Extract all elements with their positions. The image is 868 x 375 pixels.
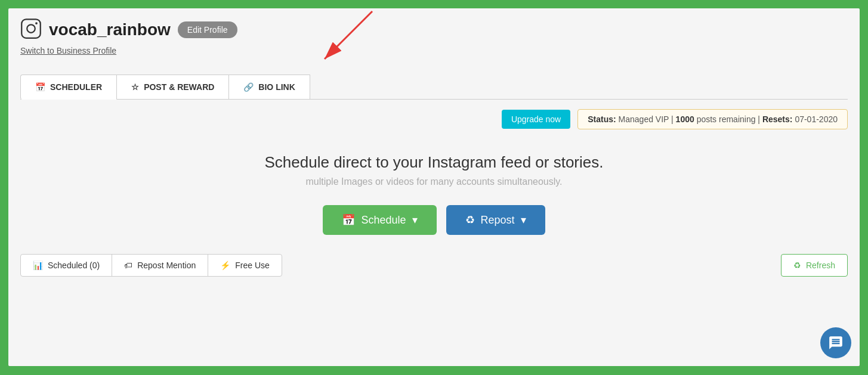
refresh-icon: ♻ (793, 261, 801, 270)
separator-1: | (671, 114, 676, 124)
edit-profile-button[interactable]: Edit Profile (178, 21, 237, 38)
refresh-button[interactable]: ♻ Refresh (781, 254, 848, 277)
star-icon: ☆ (131, 82, 139, 92)
status-row: Upgrade now Status: Managed VIP | 1000 p… (20, 109, 848, 129)
repost-button[interactable]: ♻ Repost ▾ (446, 205, 545, 235)
bottom-tabs: 📊 Scheduled (0) 🏷 Repost Mention ⚡ Free … (20, 254, 282, 277)
red-arrow-svg (277, 0, 396, 71)
status-badge: Status: Managed VIP | 1000 posts remaini… (577, 109, 848, 129)
repost-label: Repost (481, 214, 515, 227)
bottom-tabs-row: 📊 Scheduled (0) 🏷 Repost Mention ⚡ Free … (20, 254, 848, 277)
link-icon: 🔗 (243, 82, 254, 92)
bar-chart-icon: 📊 (33, 261, 43, 270)
schedule-chevron: ▾ (412, 213, 418, 227)
tab-bio-link-label: BIO LINK (258, 82, 295, 92)
hero-buttons: 📅 Schedule ▾ ♻ Repost ▾ (20, 205, 848, 235)
chat-icon (828, 335, 844, 351)
repost-chevron: ▾ (521, 213, 526, 227)
main-container: vocab_rainbow Edit Profile Switch to Bus… (8, 8, 860, 366)
resets-date: 07-01-2020 (795, 114, 838, 124)
tab-repost-mention[interactable]: 🏷 Repost Mention (112, 254, 208, 277)
refresh-label: Refresh (806, 261, 835, 270)
resets-label: Resets: (762, 114, 793, 124)
tab-scheduled-label: Scheduled (0) (48, 261, 100, 270)
schedule-icon: 📅 (342, 213, 355, 227)
svg-rect-0 (21, 19, 41, 38)
schedule-button[interactable]: 📅 Schedule ▾ (323, 205, 436, 235)
tab-scheduler-label: SCHEDULER (50, 82, 102, 92)
upgrade-button[interactable]: Upgrade now (502, 110, 570, 129)
tab-scheduled[interactable]: 📊 Scheduled (0) (20, 254, 112, 277)
tag-icon: 🏷 (124, 261, 132, 270)
main-tabs-row: 📅 SCHEDULER ☆ POST & REWARD 🔗 BIO LINK (20, 75, 848, 100)
header: vocab_rainbow Edit Profile (20, 18, 848, 42)
tab-post-reward-label: POST & REWARD (144, 82, 214, 92)
posts-count: 1000 (676, 114, 694, 124)
tab-free-use[interactable]: ⚡ Free Use (208, 254, 282, 277)
bolt-icon: ⚡ (220, 261, 230, 270)
status-label: Status: (588, 114, 616, 124)
username: vocab_rainbow (49, 20, 171, 39)
tab-bio-link[interactable]: 🔗 BIO LINK (228, 75, 310, 100)
tab-post-reward[interactable]: ☆ POST & REWARD (116, 75, 229, 100)
hero-title: Schedule direct to your Instagram feed o… (20, 153, 848, 172)
switch-profile-link[interactable]: Switch to Business Profile (20, 46, 116, 55)
calendar-icon: 📅 (35, 82, 45, 92)
hero-subtitle: multiple Images or videos for many accou… (20, 176, 848, 187)
status-value: Managed VIP (619, 114, 671, 124)
svg-point-1 (27, 24, 35, 33)
schedule-label: Schedule (361, 214, 406, 227)
posts-text: posts remaining (697, 114, 758, 124)
svg-point-2 (35, 22, 38, 24)
instagram-icon (20, 18, 42, 42)
chat-bubble-button[interactable] (820, 327, 851, 358)
outer-frame: vocab_rainbow Edit Profile Switch to Bus… (5, 5, 863, 371)
hero-section: Schedule direct to your Instagram feed o… (20, 141, 848, 249)
svg-line-4 (325, 11, 372, 59)
tab-scheduler[interactable]: 📅 SCHEDULER (20, 75, 117, 100)
tab-repost-mention-label: Repost Mention (137, 261, 196, 270)
separator-2: | (758, 114, 762, 124)
tab-free-use-label: Free Use (235, 261, 270, 270)
repost-icon: ♻ (465, 213, 475, 227)
